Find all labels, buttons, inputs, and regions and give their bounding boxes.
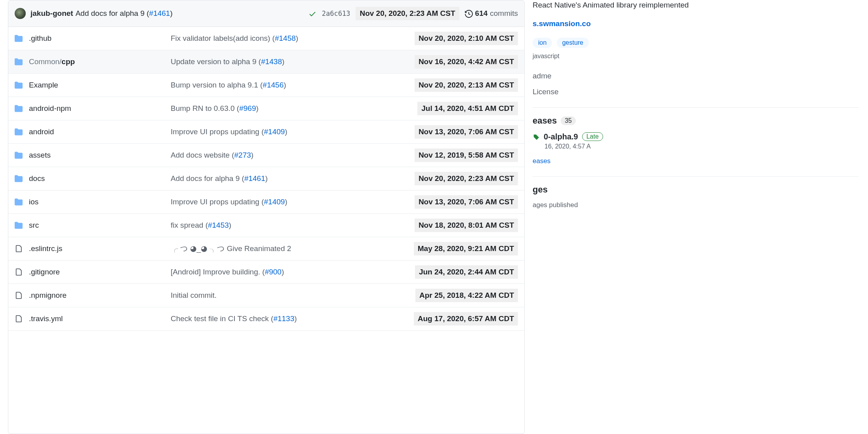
- commit-message[interactable]: ╭ つ ◕_◕ ╮つ Give Reanimated 2: [171, 244, 414, 254]
- commit-message[interactable]: Bump RN to 0.63.0 (#969): [171, 104, 417, 113]
- commit-message[interactable]: Update version to alpha 9 (#1438): [171, 57, 415, 66]
- topic-pill[interactable]: ion: [533, 38, 552, 48]
- author-avatar[interactable]: [15, 8, 26, 19]
- file-icon: [15, 315, 29, 323]
- folder-icon: [15, 175, 29, 183]
- commit-message[interactable]: Add docs for alpha 9 (#1461): [171, 174, 415, 183]
- pr-link[interactable]: #1133: [273, 314, 294, 323]
- commit-date: Nov 18, 2020, 8:01 AM CST: [415, 219, 518, 232]
- all-releases-link[interactable]: eases: [533, 157, 858, 165]
- file-name[interactable]: src: [29, 221, 171, 230]
- topic-pill[interactable]: javascript: [533, 51, 565, 61]
- file-name[interactable]: Example: [29, 81, 171, 89]
- commit-message[interactable]: Fix validator labels(add icons) (#1458): [171, 34, 415, 43]
- commit-author[interactable]: jakub-gonet: [30, 9, 73, 18]
- release-date: 16, 2020, 4:57 A: [544, 143, 858, 150]
- file-name[interactable]: .eslintrc.js: [29, 244, 171, 253]
- file-row: iosImprove UI props updating (#1409)Nov …: [8, 190, 524, 214]
- readme-label: adme: [533, 72, 552, 80]
- file-name[interactable]: Common/cpp: [29, 57, 171, 66]
- file-name[interactable]: .gitignore: [29, 268, 171, 276]
- tag-icon: [533, 132, 540, 141]
- folder-icon: [15, 198, 29, 206]
- file-browser: jakub-gonet Add docs for alpha 9 (#1461)…: [8, 0, 525, 434]
- pr-link[interactable]: #1409: [264, 128, 285, 136]
- file-name[interactable]: .npmignore: [29, 291, 171, 300]
- commits-label: commits: [490, 9, 518, 18]
- commits-link[interactable]: 614 commits: [465, 9, 518, 18]
- about-link[interactable]: s.swmansion.co: [533, 19, 858, 28]
- file-name[interactable]: android-npm: [29, 104, 171, 113]
- file-row: srcfix spread (#1453)Nov 18, 2020, 8:01 …: [8, 214, 524, 237]
- commit-message[interactable]: Initial commit.: [171, 291, 415, 300]
- commit-message[interactable]: [Android] Improve building. (#900): [171, 268, 415, 276]
- pr-link[interactable]: #1453: [208, 221, 229, 229]
- commit-message[interactable]: fix spread (#1453): [171, 221, 415, 230]
- folder-icon: [15, 81, 29, 89]
- pr-link[interactable]: #1458: [275, 34, 296, 42]
- commit-date: Nov 13, 2020, 7:06 AM CST: [415, 195, 518, 209]
- file-icon: [15, 291, 29, 299]
- releases-heading[interactable]: eases 35: [533, 116, 858, 126]
- file-row: .travis.ymlCheck test file in CI TS chec…: [8, 307, 524, 331]
- folder-icon: [15, 105, 29, 112]
- latest-release[interactable]: 0-alpha.9 Late: [533, 132, 858, 141]
- checks-success-icon[interactable]: [308, 9, 316, 18]
- commit-date: Nov 16, 2020, 4:42 AM CST: [415, 55, 518, 69]
- pr-link[interactable]: #1461: [244, 174, 265, 183]
- latest-badge: Late: [582, 132, 603, 141]
- file-name[interactable]: .travis.yml: [29, 314, 171, 323]
- commit-sha[interactable]: 2a6c613: [322, 10, 350, 17]
- file-row: Common/cppUpdate version to alpha 9 (#14…: [8, 50, 524, 74]
- pr-link[interactable]: #900: [265, 268, 282, 276]
- file-row: .githubFix validator labels(add icons) (…: [8, 27, 524, 50]
- folder-icon: [15, 58, 29, 66]
- pr-link[interactable]: #1409: [264, 198, 285, 206]
- commit-title[interactable]: Add docs for alpha 9 (#1461): [76, 9, 173, 18]
- commit-message[interactable]: Add docs website (#273): [171, 151, 415, 160]
- commit-date: Apr 25, 2018, 4:22 AM CDT: [415, 289, 518, 302]
- packages-heading[interactable]: ges: [533, 185, 858, 195]
- pr-link[interactable]: #1456: [263, 81, 284, 89]
- commit-date: Jul 14, 2020, 4:51 AM CDT: [417, 102, 518, 115]
- file-name[interactable]: assets: [29, 151, 171, 160]
- file-row: assetsAdd docs website (#273)Nov 12, 201…: [8, 144, 524, 167]
- commit-title-end: ): [170, 9, 172, 17]
- file-row: ExampleBump version to alpha 9.1 (#1456)…: [8, 74, 524, 97]
- folder-icon: [15, 221, 29, 229]
- pr-link[interactable]: #969: [239, 104, 256, 112]
- release-name: 0-alpha.9: [544, 132, 578, 141]
- readme-link[interactable]: adme: [533, 72, 858, 80]
- file-row: .npmignoreInitial commit.Apr 25, 2018, 4…: [8, 284, 524, 307]
- file-name[interactable]: android: [29, 128, 171, 136]
- history-icon: [465, 9, 473, 18]
- commit-message[interactable]: Check test file in CI TS check (#1133): [171, 314, 414, 323]
- folder-icon: [15, 128, 29, 136]
- file-name[interactable]: ios: [29, 198, 171, 206]
- license-link[interactable]: License: [533, 88, 858, 96]
- commit-date: May 28, 2020, 9:21 AM CDT: [414, 242, 518, 255]
- latest-commit-bar: jakub-gonet Add docs for alpha 9 (#1461)…: [8, 0, 524, 27]
- commit-message[interactable]: Improve UI props updating (#1409): [171, 128, 415, 136]
- folder-icon: [15, 34, 29, 42]
- commit-date: Jun 24, 2020, 2:44 AM CDT: [415, 265, 518, 279]
- file-row: docsAdd docs for alpha 9 (#1461)Nov 20, …: [8, 167, 524, 190]
- file-name[interactable]: docs: [29, 174, 171, 183]
- file-icon: [15, 245, 29, 253]
- topic-pill[interactable]: gesture: [557, 38, 589, 48]
- about-description: React Native's Animated library reimplem…: [533, 0, 858, 11]
- pr-link[interactable]: #1438: [261, 57, 282, 66]
- commit-message[interactable]: Bump version to alpha 9.1 (#1456): [171, 81, 415, 89]
- file-name[interactable]: .github: [29, 34, 171, 43]
- no-packages: ages published: [533, 201, 858, 209]
- file-row: android-npmBump RN to 0.63.0 (#969)Jul 1…: [8, 97, 524, 120]
- pr-link[interactable]: #273: [234, 151, 251, 159]
- commit-date: Aug 17, 2020, 6:57 AM CDT: [414, 312, 518, 326]
- commit-date: Nov 12, 2019, 5:58 AM CST: [415, 148, 518, 162]
- commit-date: Nov 13, 2020, 7:06 AM CST: [415, 125, 518, 139]
- commit-date: Nov 20, 2020, 2:23 AM CST: [415, 172, 518, 185]
- commit-date: Nov 20, 2020, 2:13 AM CST: [415, 78, 518, 92]
- pr-link[interactable]: #1461: [149, 9, 170, 17]
- repo-sidebar: React Native's Animated library reimplem…: [533, 0, 868, 209]
- commit-message[interactable]: Improve UI props updating (#1409): [171, 198, 415, 206]
